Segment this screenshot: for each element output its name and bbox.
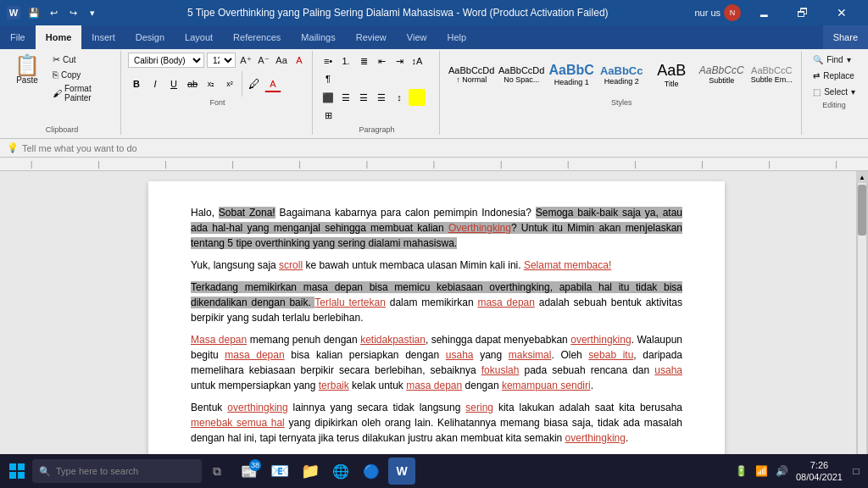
style-title-preview: AaB — [657, 62, 686, 80]
style-normal[interactable]: AaBbCcDd ↑ Normal — [447, 53, 496, 97]
taskbar-chrome-icon[interactable]: 🔵 — [358, 458, 385, 485]
tab-mailings[interactable]: Mailings — [291, 25, 345, 49]
align-left-button[interactable]: ⬛ — [320, 89, 337, 106]
taskbar-mail-icon[interactable]: 📧 — [266, 458, 293, 485]
replace-button[interactable]: ⇄ Replace — [809, 69, 860, 83]
change-case-button[interactable]: Aa — [274, 53, 289, 68]
paragraph-bottom-row: ⬛ ☰ ☰ ☰ ↕ ⊞ — [320, 89, 434, 124]
align-right-button[interactable]: ☰ — [355, 89, 372, 106]
tab-file[interactable]: File — [0, 25, 36, 49]
vertical-scrollbar[interactable]: ▲ ▼ — [856, 171, 868, 488]
cut-button[interactable]: ✂ Cut — [49, 53, 115, 67]
scroll-up-button[interactable]: ▲ — [856, 171, 868, 183]
style-subtitle[interactable]: AaBbCcC Subtitle — [697, 53, 746, 97]
font-color-button[interactable]: A — [264, 75, 281, 92]
tab-review[interactable]: Review — [346, 25, 397, 49]
bold-button[interactable]: B — [128, 75, 145, 92]
select-button[interactable]: ⬚ Select ▾ — [809, 85, 860, 99]
tab-view[interactable]: View — [397, 25, 437, 49]
tab-home[interactable]: Home — [36, 25, 82, 49]
borders-button[interactable]: ⊞ — [320, 107, 337, 124]
search-icon: 🔍 — [39, 466, 51, 477]
start-button[interactable] — [3, 458, 31, 485]
find-button[interactable]: 🔍 Find ▾ — [809, 53, 860, 67]
style-title[interactable]: AaB Title — [647, 53, 696, 97]
volume-icon[interactable]: 🔊 — [774, 463, 791, 480]
style-heading1[interactable]: AaBbC Heading 1 — [547, 53, 596, 97]
paragraph-5: Bentuk overthingking lainnya yang secara… — [191, 400, 682, 446]
taskbar-word-icon[interactable]: W — [388, 458, 415, 485]
taskbar-folder-icon[interactable]: 📁 — [297, 458, 324, 485]
share-button[interactable]: Share — [823, 25, 868, 49]
tell-me-input[interactable] — [22, 143, 192, 153]
user-avatar: N — [724, 4, 741, 21]
copy-button[interactable]: ⎘ Copy — [49, 68, 115, 81]
redo-quick-btn[interactable]: ↪ — [64, 4, 81, 21]
show-formatting-button[interactable]: ¶ — [320, 70, 337, 87]
taskbar-pinned-apps: 📰 38 📧 📁 🌐 🔵 W — [236, 458, 415, 485]
text-highlight-button[interactable]: 🖊 — [246, 75, 263, 92]
style-no-spacing-preview: AaBbCcDd — [498, 65, 544, 75]
superscript-button[interactable]: x² — [221, 75, 238, 92]
svg-rect-1 — [18, 463, 25, 470]
decrease-indent-button[interactable]: ⇤ — [373, 53, 390, 69]
paste-icon: 📋 — [14, 55, 40, 75]
taskbar-right: 🔋 📶 🔊 7:26 08/04/2021 □ — [733, 459, 865, 484]
taskbar-edge-icon[interactable]: 🌐 — [327, 458, 354, 485]
subscript-button[interactable]: x₂ — [203, 75, 220, 92]
battery-icon[interactable]: 🔋 — [733, 463, 750, 480]
style-title-label: Title — [665, 80, 679, 88]
justify-button[interactable]: ☰ — [373, 89, 390, 106]
decrease-font-button[interactable]: A⁻ — [256, 53, 271, 68]
minimize-button[interactable]: 🗕 — [744, 0, 783, 25]
ribbon-tabs: File Home Insert Design Layout Reference… — [0, 25, 868, 49]
numbering-button[interactable]: 1. — [337, 53, 354, 69]
undo-quick-btn[interactable]: ↩ — [45, 4, 62, 21]
styles-group: AaBbCcDd ↑ Normal AaBbCcDd No Spac... Aa… — [442, 51, 802, 135]
save-quick-btn[interactable]: 💾 — [25, 4, 42, 21]
wifi-icon[interactable]: 📶 — [754, 463, 771, 480]
system-clock[interactable]: 7:26 08/04/2021 — [796, 459, 843, 484]
style-subtle-em-preview: AaBbCcC — [751, 65, 792, 75]
paragraph-2: Yuk, langsung saja scroll ke bawah untuk… — [191, 258, 682, 273]
align-center-button[interactable]: ☰ — [337, 89, 354, 106]
sort-button[interactable]: ↕A — [409, 53, 426, 69]
taskbar-search[interactable]: 🔍 Type here to search — [32, 459, 202, 483]
paragraph-label: Paragraph — [320, 125, 434, 135]
italic-button[interactable]: I — [147, 75, 164, 92]
strikethrough-button[interactable]: ab — [184, 75, 201, 92]
tab-help[interactable]: Help — [437, 25, 476, 49]
line-spacing-button[interactable]: ↕ — [391, 89, 408, 106]
scroll-thumb[interactable] — [858, 185, 866, 236]
find-dropdown-icon: ▾ — [847, 55, 851, 64]
tab-layout[interactable]: Layout — [175, 25, 223, 49]
bullets-button[interactable]: ≡• — [320, 53, 337, 69]
tab-design[interactable]: Design — [125, 25, 175, 49]
text-effects-button[interactable]: A — [292, 53, 307, 68]
tab-insert[interactable]: Insert — [81, 25, 125, 49]
style-subtle-em-label: Subtle Em... — [751, 75, 793, 84]
style-subtle-em[interactable]: AaBbCcC Subtle Em... — [747, 53, 796, 97]
close-button[interactable]: ✕ — [822, 0, 861, 25]
show-desktop-button[interactable]: □ — [848, 463, 865, 480]
tab-references[interactable]: References — [223, 25, 291, 49]
multilevel-list-button[interactable]: ≣ — [355, 53, 372, 69]
paragraph-4: Masa depan memang penuh dengan ketidakpa… — [191, 332, 682, 393]
font-size-select[interactable]: 12 — [207, 53, 236, 68]
style-heading2[interactable]: AaBbCc Heading 2 — [597, 53, 646, 97]
increase-font-button[interactable]: A⁺ — [238, 53, 253, 68]
styles-label: Styles — [447, 98, 796, 108]
shading-button[interactable] — [409, 89, 426, 106]
font-name-select[interactable]: Calibri (Body) — [128, 53, 204, 68]
taskbar-news-icon[interactable]: 📰 38 — [236, 458, 263, 485]
taskbar-task-view[interactable]: ⧉ — [203, 458, 231, 485]
ruler-marks: ||||||||||||| — [5, 160, 863, 169]
paste-button[interactable]: 📋 Paste — [8, 53, 46, 87]
customize-quick-btn[interactable]: ▾ — [84, 4, 101, 21]
underline-button[interactable]: U — [165, 75, 182, 92]
word-icon: W — [7, 6, 20, 19]
maximize-button[interactable]: 🗗 — [783, 0, 822, 25]
increase-indent-button[interactable]: ⇥ — [391, 53, 408, 69]
format-painter-button[interactable]: 🖌 Format Painter — [49, 82, 115, 104]
style-no-spacing[interactable]: AaBbCcDd No Spac... — [497, 53, 546, 97]
